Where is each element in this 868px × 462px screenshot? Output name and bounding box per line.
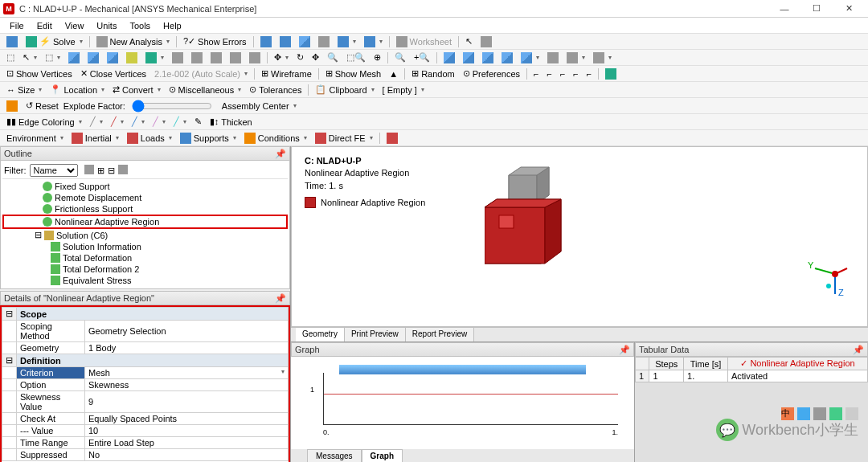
new-analysis-button[interactable]: New Analysis bbox=[93, 35, 173, 49]
tbv-12[interactable] bbox=[246, 51, 264, 65]
ec-2[interactable]: ╱ bbox=[108, 115, 127, 129]
edge-coloring-dropdown[interactable]: ▮▮ Edge Coloring bbox=[3, 115, 85, 129]
graph-body[interactable]: 1 0. 1. bbox=[291, 357, 634, 449]
tree-solution-info[interactable]: Solution Information bbox=[2, 241, 288, 252]
graph-pin[interactable]: 📌 bbox=[619, 345, 630, 355]
conditions-dropdown[interactable]: Conditions bbox=[241, 131, 310, 145]
timerange-value[interactable]: Entire Load Step bbox=[85, 437, 289, 449]
tab-print-preview[interactable]: Print Preview bbox=[345, 328, 406, 341]
tabular-table[interactable]: Steps Time [s] ✓ Nonlinear Adaptive Regi… bbox=[635, 357, 868, 382]
tb-icon-4[interactable] bbox=[315, 35, 333, 49]
th-nlad[interactable]: ✓ Nonlinear Adaptive Region bbox=[727, 358, 867, 370]
tbv-3[interactable] bbox=[65, 51, 83, 65]
tbv-11[interactable] bbox=[227, 51, 244, 65]
td-time[interactable]: 1. bbox=[684, 370, 728, 382]
tbv-7[interactable] bbox=[142, 51, 167, 65]
tbv-29[interactable] bbox=[590, 51, 615, 65]
tolerances-button[interactable]: ⊙ Tolerances bbox=[246, 83, 305, 96]
tree-fixed-support[interactable]: Fixed Support bbox=[2, 181, 288, 192]
cat-scope-toggle[interactable]: ⊟ bbox=[2, 308, 17, 321]
tb-icon-3[interactable] bbox=[296, 35, 313, 49]
scoping-method-value[interactable]: Geometry Selection bbox=[85, 321, 289, 342]
mesh-icon[interactable]: ▲ bbox=[386, 67, 401, 80]
outline-tree[interactable]: Fixed Support Remote Displacement Fricti… bbox=[2, 179, 288, 288]
tree-eq-stress[interactable]: Equivalent Stress bbox=[2, 275, 288, 286]
solve-button[interactable]: ⚡Solve bbox=[23, 35, 86, 49]
tbv-24[interactable] bbox=[479, 51, 497, 65]
tbv-27[interactable] bbox=[544, 51, 562, 65]
minimize-button[interactable]: — bbox=[768, 1, 800, 17]
axis-2[interactable]: ⌐ bbox=[543, 67, 555, 80]
size-dropdown[interactable]: ↔ Size bbox=[3, 84, 45, 96]
ec-4[interactable]: ╱ bbox=[149, 115, 169, 129]
menu-edit[interactable]: Edit bbox=[31, 19, 59, 32]
assembly-dropdown[interactable]: Assembly Center bbox=[219, 100, 300, 112]
preferences-button[interactable]: ⊙ Preferences bbox=[460, 67, 523, 80]
ec-pen[interactable]: ✎ bbox=[191, 115, 205, 129]
location-dropdown[interactable]: 📍 Location bbox=[47, 83, 108, 96]
axis-triad[interactable]: Z Y bbox=[803, 254, 851, 302]
pan-icon[interactable]: ✥ bbox=[309, 51, 322, 64]
show-errors-button[interactable]: ?✓ Show Errors bbox=[180, 35, 250, 48]
tree-solution[interactable]: ⊟ Solution (C6) bbox=[2, 229, 288, 241]
ec-5[interactable]: ╱ bbox=[170, 115, 190, 129]
menu-view[interactable]: View bbox=[59, 19, 91, 32]
convert-dropdown[interactable]: ⇄ Convert bbox=[109, 83, 164, 96]
filter-i4[interactable] bbox=[118, 165, 128, 176]
checkat-value[interactable]: Equally Spaced Points bbox=[85, 413, 289, 425]
td-activated[interactable]: Activated bbox=[727, 370, 867, 382]
rotate-icon[interactable]: ↻ bbox=[293, 51, 307, 64]
fit-icon[interactable]: ⊕ bbox=[371, 51, 384, 64]
refresh-button[interactable] bbox=[3, 35, 21, 49]
tb-icon-1[interactable] bbox=[257, 35, 275, 49]
inertial-dropdown[interactable]: Inertial bbox=[68, 131, 122, 145]
tabular-pin[interactable]: 📌 bbox=[853, 345, 864, 355]
clipboard-dropdown[interactable]: 📋 Clipboard bbox=[312, 83, 377, 96]
tbv-22[interactable] bbox=[440, 51, 458, 65]
suppressed-value[interactable]: No bbox=[85, 449, 289, 461]
filter-i2[interactable]: ⊞ bbox=[97, 166, 104, 176]
explode-slider[interactable] bbox=[132, 100, 212, 112]
tbv-25[interactable] bbox=[498, 51, 516, 65]
show-mesh-button[interactable]: ⊞ Show Mesh bbox=[322, 67, 384, 80]
show-vertices-button[interactable]: ⊡ Show Vertices bbox=[3, 67, 76, 80]
option-value[interactable]: Skewness bbox=[85, 379, 289, 391]
ec-3[interactable]: ╱ bbox=[129, 115, 148, 129]
worksheet-button[interactable]: Worksheet bbox=[393, 35, 455, 49]
tab-graph[interactable]: Graph bbox=[362, 449, 403, 462]
environment-dropdown[interactable]: Environment bbox=[3, 132, 67, 145]
menu-tools[interactable]: Tools bbox=[123, 19, 157, 32]
menu-units[interactable]: Units bbox=[90, 19, 123, 32]
tbv-8[interactable] bbox=[169, 51, 186, 65]
tb-icon-5[interactable] bbox=[334, 35, 359, 49]
axis-1[interactable]: ⌐ bbox=[530, 67, 542, 80]
tab-report-preview[interactable]: Report Preview bbox=[406, 328, 474, 341]
tbv-26[interactable] bbox=[518, 51, 542, 65]
axis-5[interactable]: ⌐ bbox=[583, 67, 595, 80]
tbv-2[interactable]: ⬚ bbox=[42, 51, 63, 64]
wireframe-button[interactable]: ⊞ Wireframe bbox=[258, 67, 315, 80]
tree-remote-disp[interactable]: Remote Displacement bbox=[2, 192, 288, 203]
tbv-28[interactable] bbox=[563, 51, 588, 65]
scale-dropdown[interactable]: 2.1e-002 (Auto Scale) bbox=[151, 67, 251, 80]
tbv-21[interactable]: +🔍 bbox=[411, 51, 433, 64]
tree-nonlinear-adaptive[interactable]: Nonlinear Adaptive Region bbox=[2, 215, 288, 229]
zoom-box-icon[interactable]: ⬚🔍 bbox=[343, 51, 369, 64]
menu-help[interactable]: Help bbox=[157, 19, 188, 32]
filter-i1[interactable] bbox=[84, 165, 94, 176]
tbv-4[interactable] bbox=[84, 51, 102, 65]
tb-icon-2[interactable] bbox=[276, 35, 294, 49]
th-steps[interactable]: Steps bbox=[649, 358, 684, 370]
value-value[interactable]: 10 bbox=[85, 425, 289, 437]
filter-i3[interactable]: ⊟ bbox=[108, 166, 115, 176]
tbv-1[interactable]: ↖ bbox=[19, 51, 40, 64]
tb-icon-6[interactable] bbox=[361, 35, 386, 49]
close-button[interactable]: ✕ bbox=[833, 1, 865, 17]
env-extra-icon[interactable] bbox=[383, 131, 401, 145]
reset-button[interactable]: ↺ Reset bbox=[23, 99, 62, 112]
details-pin-icon[interactable]: 📌 bbox=[275, 293, 286, 304]
criterion-value[interactable]: Mesh bbox=[85, 367, 289, 379]
tbv-9[interactable] bbox=[188, 51, 206, 65]
select-icon[interactable]: ⬚ bbox=[3, 51, 18, 64]
viewport-3d[interactable]: C: NLAD+U-P Nonlinear Adaptive Region Ti… bbox=[291, 146, 868, 327]
